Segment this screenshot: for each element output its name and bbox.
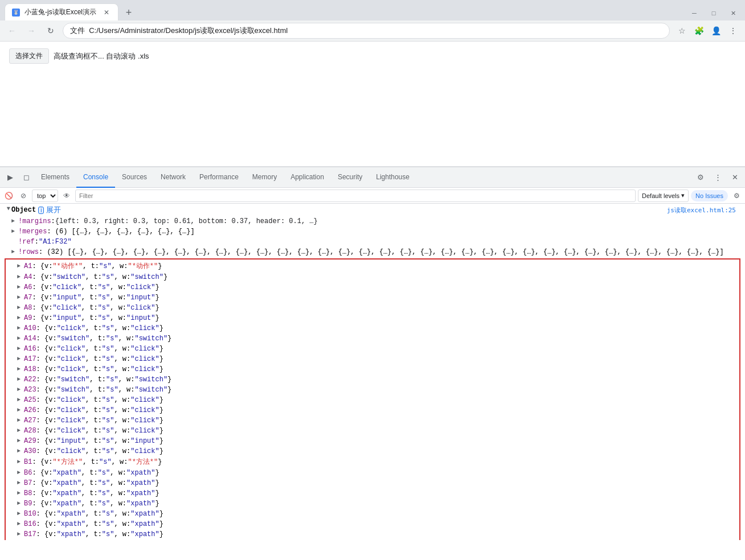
arrow-icon[interactable]: ► (17, 294, 24, 300)
minimize-button[interactable]: ─ (687, 6, 702, 20)
menu-icon[interactable]: ⋮ (726, 23, 740, 38)
arrow-icon[interactable]: ► (17, 448, 24, 454)
a16-line: ► A16: {v: "click", t: "s", w: "click"} (6, 344, 739, 354)
extensions-icon[interactable]: 🧩 (691, 23, 706, 38)
arrow-icon[interactable]: ► (17, 263, 24, 269)
console-toolbar: 🚫 ⊘ top 👁 Default levels ▾ No Issues ⚙ (0, 188, 745, 204)
no-issues-badge[interactable]: No Issues (691, 190, 728, 201)
arrow-icon[interactable]: ► (17, 417, 24, 423)
merges-line: ► !merges: (6) [{…}, {…}, {…}, {…}, {…},… (0, 227, 745, 237)
b17-line: ► B17: {v: "xpath", t: "s", w: "xpath"} (6, 529, 739, 540)
device-toolbar-icon[interactable]: ◻ (18, 170, 34, 186)
tab-memory[interactable]: Memory (245, 167, 284, 188)
inspect-element-icon[interactable]: ▶ (2, 170, 18, 186)
tab-sources[interactable]: Sources (115, 167, 154, 188)
devtools-tabs: Elements Console Sources Network Perform… (34, 167, 693, 188)
tab-performance[interactable]: Performance (193, 167, 245, 188)
eye-icon[interactable]: 👁 (60, 190, 73, 202)
more-options-icon[interactable]: ⋮ (710, 170, 726, 186)
object-text: Object (11, 206, 36, 214)
tab-close-button[interactable]: ✕ (102, 8, 111, 17)
source-link[interactable]: js读取excel.html:25 (667, 206, 736, 215)
arrow-icon[interactable]: ► (17, 500, 24, 507)
arrow-icon[interactable]: ► (17, 490, 24, 496)
object-badge: i (38, 207, 44, 214)
refresh-button[interactable]: ↻ (43, 23, 58, 38)
arrow-icon[interactable]: ► (17, 274, 24, 280)
console-filter-input[interactable] (75, 190, 636, 202)
arrow-icon[interactable]: ► (17, 427, 24, 434)
arrow-icon[interactable]: ► (17, 480, 24, 486)
arrow-icon[interactable]: ► (17, 335, 24, 341)
tab-console[interactable]: Console (76, 167, 115, 188)
page-content: 选择文件 高级查询框不... 自动滚动 .xls (0, 42, 745, 167)
bookmark-icon[interactable]: ☆ (674, 23, 689, 38)
arrow-icon[interactable]: ► (17, 356, 24, 362)
a28-line: ► A28: {v: "click", t: "s", w: "click"} (6, 426, 739, 436)
new-tab-button[interactable]: + (121, 5, 137, 20)
arrow-icon[interactable]: ► (17, 284, 24, 290)
a1-line: ► A1: {v: "*动作*", t: "s", w: "*动作*"} (6, 261, 739, 272)
arrow-icon[interactable]: ► (17, 438, 24, 444)
window-controls: ─ □ ✕ (687, 6, 740, 20)
tab-security[interactable]: Security (331, 167, 369, 188)
active-tab[interactable]: 🐰 小蓝兔-js读取Excel演示 ✕ (5, 3, 118, 20)
address-input[interactable] (63, 23, 670, 39)
arrow-icon[interactable]: ► (17, 304, 24, 311)
devtools-toolbar: ▶ ◻ Elements Console Sources Network Per… (0, 167, 745, 188)
b16-line: ► B16: {v: "xpath", t: "s", w: "xpath"} (6, 519, 739, 529)
arrow-icon[interactable]: ► (11, 218, 18, 224)
arrow-icon[interactable]: ► (17, 397, 24, 403)
arrow-icon[interactable]: ► (17, 325, 24, 331)
a22-line: ► A22: {v: "switch", t: "s", w: "switch"… (6, 374, 739, 385)
settings-icon[interactable]: ⚙ (693, 170, 709, 186)
a14-line: ► A14: {v: "switch", t: "s", w: "switch"… (6, 333, 739, 344)
arrow-icon[interactable]: ► (17, 366, 24, 372)
expand-arrow-icon: ► (5, 207, 11, 213)
tab-lighthouse[interactable]: Lighthouse (369, 167, 416, 188)
log-levels-button[interactable]: Default levels ▾ (638, 190, 689, 202)
a10-line: ► A10: {v: "click", t: "s", w: "click"} (6, 323, 739, 333)
arrow-icon[interactable]: ► (11, 249, 18, 255)
console-sidebar-settings-icon[interactable]: ⚙ (730, 190, 743, 202)
arrow-icon[interactable]: ► (11, 228, 18, 234)
arrow-icon[interactable]: ► (17, 345, 24, 352)
a17-line: ► A17: {v: "click", t: "s", w: "click"} (6, 354, 739, 364)
a9-line: ► A9: {v: "input", t: "s", w: "input"} (6, 313, 739, 323)
margins-line: ► !margins: {left: 0.3, right: 0.3, top:… (0, 216, 745, 227)
arrow-icon[interactable]: ► (17, 407, 24, 413)
red-border-section: ► A1: {v: "*动作*", t: "s", w: "*动作*"} ► A… (5, 258, 740, 540)
a7-line: ► A7: {v: "input", t: "s", w: "input"} (6, 293, 739, 303)
close-button[interactable]: ✕ (726, 6, 740, 20)
tab-elements[interactable]: Elements (34, 167, 76, 188)
arrow-icon[interactable]: ► (17, 510, 24, 517)
arrow-icon[interactable]: ► (17, 386, 24, 393)
clear-console-icon[interactable]: 🚫 (2, 190, 15, 202)
a27-line: ► A27: {v: "click", t: "s", w: "click"} (6, 415, 739, 426)
object-header-row[interactable]: ► Object i 展开 (0, 204, 745, 216)
profile-icon[interactable]: 👤 (709, 23, 723, 38)
devtools-panel: ▶ ◻ Elements Console Sources Network Per… (0, 167, 745, 540)
back-button[interactable]: ← (5, 23, 19, 38)
arrow-icon[interactable]: ► (17, 459, 24, 465)
page-description: 高级查询框不... 自动滚动 .xls (54, 48, 149, 62)
arrow-icon[interactable]: ► (17, 521, 24, 527)
arrow-icon[interactable]: ► (17, 470, 24, 476)
b10-line: ► B10: {v: "xpath", t: "s", w: "xpath"} (6, 509, 739, 519)
a6-line: ► A6: {v: "click", t: "s", w: "click"} (6, 282, 739, 293)
context-selector[interactable]: top (32, 190, 58, 202)
select-file-button[interactable]: 选择文件 (9, 48, 49, 64)
arrow-icon[interactable]: ► (17, 376, 24, 382)
tab-bar: 🐰 小蓝兔-js读取Excel演示 ✕ + ─ □ ✕ (0, 0, 745, 20)
tab-network[interactable]: Network (154, 167, 193, 188)
b9-line: ► B9: {v: "xpath", t: "s", w: "xpath"} (6, 499, 739, 509)
arrow-icon[interactable]: ► (17, 315, 24, 321)
forward-button[interactable]: → (24, 23, 39, 38)
maximize-button[interactable]: □ (706, 6, 721, 20)
a4-line: ► A4: {v: "switch", t: "s", w: "switch"} (6, 272, 739, 282)
close-devtools-icon[interactable]: ✕ (727, 170, 743, 186)
console-settings-toggle-icon[interactable]: ⊘ (17, 190, 30, 202)
object-label: Object i (11, 206, 44, 214)
tab-application[interactable]: Application (284, 167, 331, 188)
arrow-icon[interactable]: ► (17, 531, 24, 537)
